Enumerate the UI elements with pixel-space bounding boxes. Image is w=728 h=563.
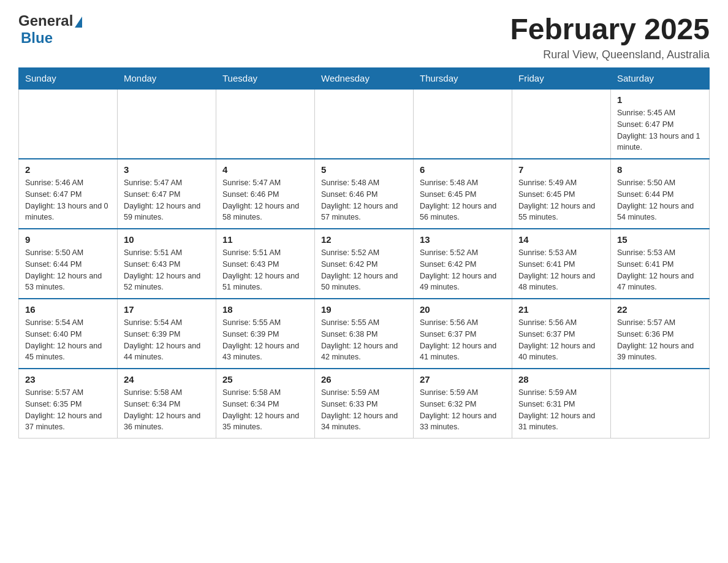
calendar-cell: 7Sunrise: 5:49 AM Sunset: 6:45 PM Daylig… [512, 159, 611, 229]
day-info: Sunrise: 5:59 AM Sunset: 6:31 PM Dayligh… [518, 387, 604, 433]
calendar-cell: 28Sunrise: 5:59 AM Sunset: 6:31 PM Dayli… [512, 369, 611, 439]
day-number: 18 [222, 304, 308, 315]
calendar-cell: 13Sunrise: 5:52 AM Sunset: 6:42 PM Dayli… [414, 229, 512, 299]
title-section: February 2025 Rural View, Queensland, Au… [510, 12, 710, 61]
calendar-cell: 18Sunrise: 5:55 AM Sunset: 6:39 PM Dayli… [216, 299, 315, 369]
calendar-cell: 19Sunrise: 5:55 AM Sunset: 6:38 PM Dayli… [315, 299, 414, 369]
day-info: Sunrise: 5:52 AM Sunset: 6:42 PM Dayligh… [420, 247, 506, 293]
calendar-cell: 12Sunrise: 5:52 AM Sunset: 6:42 PM Dayli… [315, 229, 414, 299]
day-number: 4 [222, 164, 308, 175]
calendar-cell [611, 369, 710, 439]
logo-triangle-icon [75, 17, 82, 28]
day-number: 15 [617, 234, 703, 245]
calendar-cell: 9Sunrise: 5:50 AM Sunset: 6:44 PM Daylig… [19, 229, 118, 299]
calendar-cell: 5Sunrise: 5:48 AM Sunset: 6:46 PM Daylig… [315, 159, 414, 229]
day-number: 7 [518, 164, 604, 175]
day-number: 16 [25, 304, 111, 315]
week-row-2: 2Sunrise: 5:46 AM Sunset: 6:47 PM Daylig… [19, 159, 710, 229]
day-number: 11 [222, 234, 308, 245]
day-number: 3 [124, 164, 210, 175]
day-of-week-sunday: Sunday [19, 68, 118, 90]
calendar-cell: 6Sunrise: 5:48 AM Sunset: 6:45 PM Daylig… [414, 159, 512, 229]
week-row-3: 9Sunrise: 5:50 AM Sunset: 6:44 PM Daylig… [19, 229, 710, 299]
location: Rural View, Queensland, Australia [510, 48, 710, 61]
day-info: Sunrise: 5:55 AM Sunset: 6:38 PM Dayligh… [321, 317, 407, 363]
calendar-cell: 8Sunrise: 5:50 AM Sunset: 6:44 PM Daylig… [611, 159, 710, 229]
day-info: Sunrise: 5:51 AM Sunset: 6:43 PM Dayligh… [222, 247, 308, 293]
calendar-cell: 17Sunrise: 5:54 AM Sunset: 6:39 PM Dayli… [118, 299, 216, 369]
week-row-4: 16Sunrise: 5:54 AM Sunset: 6:40 PM Dayli… [19, 299, 710, 369]
day-number: 8 [617, 164, 703, 175]
day-info: Sunrise: 5:47 AM Sunset: 6:47 PM Dayligh… [124, 177, 210, 223]
day-info: Sunrise: 5:58 AM Sunset: 6:34 PM Dayligh… [222, 387, 308, 433]
calendar-cell [118, 89, 216, 159]
day-info: Sunrise: 5:46 AM Sunset: 6:47 PM Dayligh… [25, 177, 111, 223]
calendar-cell [216, 89, 315, 159]
day-info: Sunrise: 5:54 AM Sunset: 6:39 PM Dayligh… [124, 317, 210, 363]
calendar-cell: 21Sunrise: 5:56 AM Sunset: 6:37 PM Dayli… [512, 299, 611, 369]
day-number: 13 [420, 234, 506, 245]
day-info: Sunrise: 5:49 AM Sunset: 6:45 PM Dayligh… [518, 177, 604, 223]
calendar-cell: 24Sunrise: 5:58 AM Sunset: 6:34 PM Dayli… [118, 369, 216, 439]
page-header: General Blue February 2025 Rural View, Q… [18, 12, 710, 61]
day-info: Sunrise: 5:59 AM Sunset: 6:33 PM Dayligh… [321, 387, 407, 433]
calendar-body: 1Sunrise: 5:45 AM Sunset: 6:47 PM Daylig… [19, 89, 710, 439]
calendar-cell: 25Sunrise: 5:58 AM Sunset: 6:34 PM Dayli… [216, 369, 315, 439]
month-title: February 2025 [510, 12, 710, 46]
calendar-cell: 3Sunrise: 5:47 AM Sunset: 6:47 PM Daylig… [118, 159, 216, 229]
day-number: 26 [321, 374, 407, 385]
day-number: 24 [124, 374, 210, 385]
day-number: 27 [420, 374, 506, 385]
day-of-week-tuesday: Tuesday [216, 68, 315, 90]
logo-blue-text: Blue [21, 29, 53, 46]
day-number: 25 [222, 374, 308, 385]
calendar-cell: 20Sunrise: 5:56 AM Sunset: 6:37 PM Dayli… [414, 299, 512, 369]
calendar-header: SundayMondayTuesdayWednesdayThursdayFrid… [19, 68, 710, 90]
day-info: Sunrise: 5:53 AM Sunset: 6:41 PM Dayligh… [617, 247, 703, 293]
day-number: 2 [25, 164, 111, 175]
calendar-cell [19, 89, 118, 159]
day-number: 9 [25, 234, 111, 245]
calendar-cell: 10Sunrise: 5:51 AM Sunset: 6:43 PM Dayli… [118, 229, 216, 299]
day-number: 1 [617, 94, 703, 105]
day-number: 17 [124, 304, 210, 315]
week-row-1: 1Sunrise: 5:45 AM Sunset: 6:47 PM Daylig… [19, 89, 710, 159]
day-info: Sunrise: 5:57 AM Sunset: 6:36 PM Dayligh… [617, 317, 703, 363]
logo: General Blue [18, 12, 82, 47]
calendar-table: SundayMondayTuesdayWednesdayThursdayFrid… [18, 67, 710, 439]
calendar-cell [512, 89, 611, 159]
calendar-cell: 11Sunrise: 5:51 AM Sunset: 6:43 PM Dayli… [216, 229, 315, 299]
day-of-week-monday: Monday [118, 68, 216, 90]
day-info: Sunrise: 5:51 AM Sunset: 6:43 PM Dayligh… [124, 247, 210, 293]
day-number: 28 [518, 374, 604, 385]
day-of-week-thursday: Thursday [414, 68, 512, 90]
day-number: 22 [617, 304, 703, 315]
day-info: Sunrise: 5:55 AM Sunset: 6:39 PM Dayligh… [222, 317, 308, 363]
day-number: 6 [420, 164, 506, 175]
day-number: 21 [518, 304, 604, 315]
logo-general-text: General [18, 12, 73, 29]
calendar-cell: 27Sunrise: 5:59 AM Sunset: 6:32 PM Dayli… [414, 369, 512, 439]
day-number: 23 [25, 374, 111, 385]
day-of-week-saturday: Saturday [611, 68, 710, 90]
day-number: 5 [321, 164, 407, 175]
day-number: 19 [321, 304, 407, 315]
calendar-cell: 2Sunrise: 5:46 AM Sunset: 6:47 PM Daylig… [19, 159, 118, 229]
day-number: 12 [321, 234, 407, 245]
calendar-cell: 1Sunrise: 5:45 AM Sunset: 6:47 PM Daylig… [611, 89, 710, 159]
day-info: Sunrise: 5:56 AM Sunset: 6:37 PM Dayligh… [420, 317, 506, 363]
week-row-5: 23Sunrise: 5:57 AM Sunset: 6:35 PM Dayli… [19, 369, 710, 439]
day-info: Sunrise: 5:53 AM Sunset: 6:41 PM Dayligh… [518, 247, 604, 293]
day-number: 10 [124, 234, 210, 245]
calendar-cell: 23Sunrise: 5:57 AM Sunset: 6:35 PM Dayli… [19, 369, 118, 439]
calendar-cell: 14Sunrise: 5:53 AM Sunset: 6:41 PM Dayli… [512, 229, 611, 299]
day-info: Sunrise: 5:52 AM Sunset: 6:42 PM Dayligh… [321, 247, 407, 293]
calendar-cell [414, 89, 512, 159]
day-number: 20 [420, 304, 506, 315]
day-info: Sunrise: 5:48 AM Sunset: 6:45 PM Dayligh… [420, 177, 506, 223]
day-info: Sunrise: 5:58 AM Sunset: 6:34 PM Dayligh… [124, 387, 210, 433]
day-info: Sunrise: 5:45 AM Sunset: 6:47 PM Dayligh… [617, 107, 703, 153]
day-info: Sunrise: 5:47 AM Sunset: 6:46 PM Dayligh… [222, 177, 308, 223]
calendar-cell: 4Sunrise: 5:47 AM Sunset: 6:46 PM Daylig… [216, 159, 315, 229]
day-info: Sunrise: 5:50 AM Sunset: 6:44 PM Dayligh… [25, 247, 111, 293]
